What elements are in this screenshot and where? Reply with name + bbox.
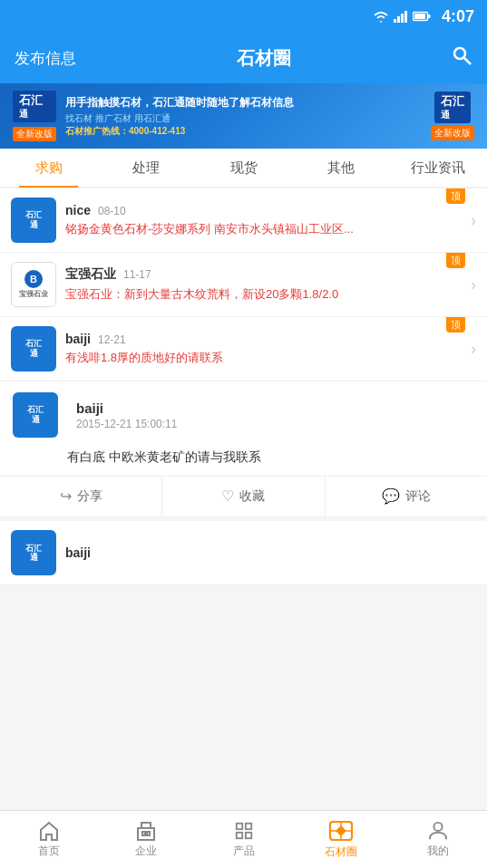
banner-left-logo: 石汇通 全新改版 xyxy=(13,91,56,142)
svg-rect-10 xyxy=(142,832,145,835)
tab-qita[interactable]: 其他 xyxy=(292,148,389,188)
nav-enterprise[interactable]: 企业 xyxy=(97,811,194,868)
category-tabs: 求购 处理 现货 其他 行业资讯 xyxy=(0,149,487,188)
item-middle: nice 08-10 铭扬金黄色石材-莎安娜系列 南安市水头镇福山工业区... xyxy=(56,198,465,243)
partial-item-logo: 石汇通 xyxy=(11,530,56,575)
svg-rect-15 xyxy=(245,832,250,837)
item-name: baiji xyxy=(65,332,91,346)
item-name: 宝强石业 xyxy=(65,266,116,283)
item-name: nice xyxy=(65,203,91,217)
list-item[interactable]: 石汇通 nice 08-10 铭扬金黄色石材-莎安娜系列 南安市水头镇福山工业区… xyxy=(0,188,487,253)
share-button[interactable]: ↪ 分享 xyxy=(0,477,162,516)
list-item[interactable]: 石汇通 baiji 12-21 有浅啡1.8厚的质地好的请联系 › 顶 xyxy=(0,317,487,381)
item-date: 08-10 xyxy=(98,205,126,217)
svg-line-8 xyxy=(464,58,471,64)
favorite-label: 收藏 xyxy=(239,488,265,505)
nav-products[interactable]: 产品 xyxy=(195,811,292,868)
user-icon xyxy=(427,821,449,841)
nav-stone-label: 石材圈 xyxy=(325,844,357,860)
tab-qugou[interactable]: 求购 xyxy=(0,148,97,188)
partial-item-name: baiji xyxy=(65,545,91,560)
search-button[interactable] xyxy=(451,44,472,72)
top-badge: 顶 xyxy=(446,253,465,268)
content-list: 石汇通 nice 08-10 铭扬金黄色石材-莎安娜系列 南安市水头镇福山工业区… xyxy=(0,188,487,585)
svg-rect-2 xyxy=(401,14,404,23)
top-badge: 顶 xyxy=(446,317,465,333)
bottom-navigation: 首页 企业 产品 石材圈 我的 xyxy=(0,810,487,868)
item-logo: 石汇通 xyxy=(11,198,56,243)
nav-home[interactable]: 首页 xyxy=(0,811,97,868)
item-right: › xyxy=(465,262,476,307)
item-right: › xyxy=(465,198,476,243)
chevron-right-icon: › xyxy=(471,275,476,294)
comment-button[interactable]: 💬 评论 xyxy=(326,477,487,516)
banner-content: 用手指触摸石材，石汇通随时随地了解石材信息 找石材 推广石材 用石汇通 石材推广… xyxy=(56,95,431,138)
svg-rect-11 xyxy=(147,832,150,835)
app-header: 发布信息 石材圈 xyxy=(0,33,487,83)
expanded-item-name: baiji xyxy=(76,400,177,416)
signal-icon xyxy=(394,10,408,23)
svg-point-7 xyxy=(454,48,465,59)
search-icon xyxy=(451,44,472,66)
item-logo: 石汇通 xyxy=(11,326,56,371)
tab-chuli[interactable]: 处理 xyxy=(97,148,194,188)
banner-hotline: 石材推广热线：4000-412-413 xyxy=(65,125,422,138)
svg-point-19 xyxy=(434,822,443,830)
item-content: 有浅啡1.8厚的质地好的请联系 xyxy=(65,350,456,366)
chevron-right-icon: › xyxy=(471,211,476,230)
banner-text1: 用手指触摸石材，石汇通随时随地了解石材信息 xyxy=(65,95,422,111)
item-date: 11-17 xyxy=(123,268,151,281)
svg-rect-0 xyxy=(394,19,396,23)
status-time: 4:07 xyxy=(442,7,474,26)
comment-label: 评论 xyxy=(405,488,431,505)
battery-icon xyxy=(413,11,431,22)
expanded-item-date: 2015-12-21 15:00:11 xyxy=(76,418,177,430)
grid-icon xyxy=(233,821,255,841)
wifi-icon xyxy=(373,10,389,23)
favorite-button[interactable]: ♡ 收藏 xyxy=(162,477,325,516)
expanded-item-content: 有白底 中欧米黄老矿的请与我联系 xyxy=(0,443,487,476)
header-title: 石材圈 xyxy=(237,46,291,71)
publish-button[interactable]: 发布信息 xyxy=(15,48,76,69)
list-item-partial[interactable]: 石汇通 baiji xyxy=(0,521,487,585)
nav-mine[interactable]: 我的 xyxy=(390,811,487,868)
svg-rect-3 xyxy=(404,11,407,23)
home-icon xyxy=(38,821,60,841)
list-item[interactable]: B 宝强石业 宝强石业 11-17 宝强石业：新到大量古木纹荒料，新设20多颗1… xyxy=(0,253,487,317)
nav-mine-label: 我的 xyxy=(427,844,449,859)
item-date: 12-21 xyxy=(98,333,126,346)
banner-left-tag: 全新改版 xyxy=(13,127,56,141)
share-icon: ↪ xyxy=(60,487,72,505)
item-logo: B 宝强石业 xyxy=(11,262,56,307)
nav-products-label: 产品 xyxy=(233,844,255,859)
svg-rect-13 xyxy=(245,823,250,828)
banner-right-logo: 石汇通 全新改版 xyxy=(431,92,474,141)
building-icon xyxy=(135,821,157,841)
nav-home-label: 首页 xyxy=(38,844,60,859)
heart-icon: ♡ xyxy=(221,487,234,505)
item-right: › xyxy=(465,326,476,371)
item-middle: 宝强石业 11-17 宝强石业：新到大量古木纹荒料，新设20多颗1.8/2.0 xyxy=(56,262,465,307)
status-icons xyxy=(373,10,431,23)
svg-rect-14 xyxy=(236,832,241,837)
share-label: 分享 xyxy=(77,488,102,505)
tab-hangye[interactable]: 行业资讯 xyxy=(390,148,487,188)
svg-rect-6 xyxy=(414,14,425,19)
expanded-item-actions: ↪ 分享 ♡ 收藏 💬 评论 xyxy=(0,476,487,516)
status-bar: 4:07 xyxy=(0,0,487,33)
svg-rect-1 xyxy=(397,16,400,23)
chevron-right-icon: › xyxy=(471,340,476,359)
tab-xianhuo[interactable]: 现货 xyxy=(195,148,292,188)
item-content: 宝强石业：新到大量古木纹荒料，新设20多颗1.8/2.0 xyxy=(65,286,456,303)
nav-stone-circle[interactable]: 石材圈 xyxy=(292,811,389,868)
svg-rect-5 xyxy=(428,14,431,18)
expanded-item-logo: 石汇通 xyxy=(13,392,58,438)
expanded-list-item: 石汇通 baiji 2015-12-21 15:00:11 有白底 中欧米黄老矿… xyxy=(0,381,487,521)
stone-circle-icon xyxy=(328,820,354,842)
top-badge: 顶 xyxy=(446,188,465,204)
ad-banner[interactable]: 石汇通 全新改版 用手指触摸石材，石汇通随时随地了解石材信息 找石材 推广石材 … xyxy=(0,83,487,149)
item-middle: baiji 12-21 有浅啡1.8厚的质地好的请联系 xyxy=(56,326,465,371)
banner-text2: 找石材 推广石材 用石汇通 xyxy=(65,112,422,125)
comment-icon: 💬 xyxy=(382,487,400,505)
item-content: 铭扬金黄色石材-莎安娜系列 南安市水头镇福山工业区... xyxy=(65,221,456,237)
